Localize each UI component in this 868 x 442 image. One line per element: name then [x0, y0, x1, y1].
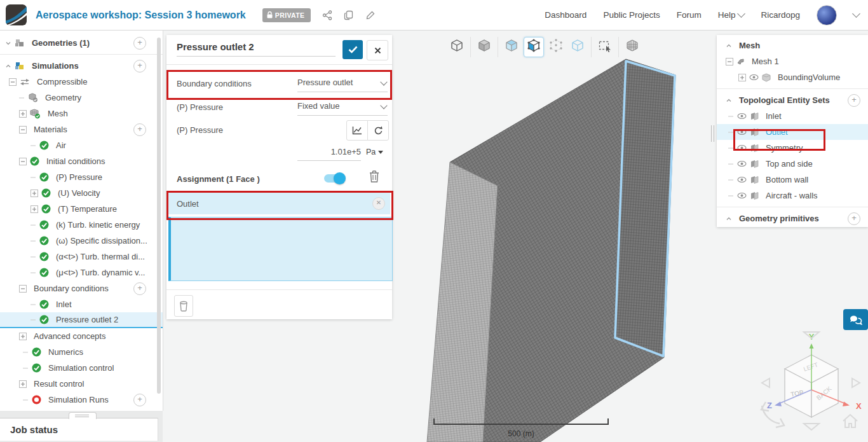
box-plus-icon[interactable]: [19, 333, 27, 340]
tree-section-geometry-primitives[interactable]: Geometry primitives+: [717, 211, 868, 226]
tree-item-compressible[interactable]: Compressible: [0, 74, 163, 90]
box-plus-icon[interactable]: [31, 205, 38, 213]
chevron-up-icon[interactable]: [5, 63, 11, 69]
unit-select[interactable]: Pa: [366, 148, 383, 156]
pressure-type-select[interactable]: Fixed value: [297, 101, 388, 116]
tree-item-outlet[interactable]: Outlet: [717, 124, 868, 140]
panel-resize-handle[interactable]: [710, 125, 715, 142]
box-minus-icon[interactable]: [9, 78, 17, 86]
chevron-down-icon[interactable]: [852, 10, 860, 18]
tree-item-materials[interactable]: Materials+: [0, 121, 163, 137]
add-button[interactable]: +: [133, 60, 146, 73]
tree-item--u-velocity[interactable]: (U) Velocity: [0, 185, 163, 201]
rotate-right-arrow[interactable]: [852, 378, 860, 387]
support-chat-button[interactable]: [843, 309, 868, 330]
nav-item-forum[interactable]: Forum: [677, 10, 702, 20]
remove-chip-icon[interactable]: ✕: [372, 197, 385, 210]
box-plus-icon[interactable]: [31, 190, 38, 197]
tree-item-aircraft-walls[interactable]: Aircraft - walls: [717, 188, 868, 204]
share-icon[interactable]: [322, 10, 332, 20]
eye-icon[interactable]: [737, 113, 747, 120]
boundary-condition-name-input[interactable]: Pressure outlet 2: [177, 41, 336, 57]
eye-icon[interactable]: [737, 144, 747, 151]
box-minus-icon[interactable]: [19, 285, 27, 293]
tree-item-top-and-side[interactable]: Top and side: [717, 156, 868, 172]
tree-item-boundingvolume[interactable]: BoundingVolume: [717, 69, 868, 85]
add-button[interactable]: +: [848, 212, 860, 225]
nav-item-ricardopg[interactable]: Ricardopg: [761, 10, 800, 20]
tree-section-mesh[interactable]: Mesh: [717, 38, 868, 53]
tree-item--specific-dissipation-[interactable]: (ω) Specific dissipation...: [0, 233, 163, 249]
toolbar-select-edge-button[interactable]: [568, 38, 587, 57]
chevron-up-icon[interactable]: [726, 216, 732, 222]
tree-item-numerics[interactable]: Numerics: [0, 344, 163, 360]
home-view-icon[interactable]: [843, 415, 857, 427]
tree-item-mesh-1[interactable]: Mesh 1: [717, 53, 868, 69]
avatar[interactable]: [817, 5, 837, 25]
tree-item--t-temperature[interactable]: (T) Temperature: [0, 201, 163, 217]
edit-icon[interactable]: [365, 10, 376, 20]
left-panel-scrollbar[interactable]: [157, 38, 161, 394]
tree-item-mesh[interactable]: Mesh: [0, 106, 163, 121]
tree-item--t-turb-dynamic-v-[interactable]: (μ<t>) Turb. dynamic v...: [0, 265, 163, 280]
formula-graph-button[interactable]: [346, 120, 368, 141]
add-button[interactable]: +: [133, 37, 146, 50]
add-button[interactable]: +: [133, 282, 146, 295]
tree-item-result-control[interactable]: Result control: [0, 376, 163, 392]
navigation-cube[interactable]: LEFT TOP BACK Y X Z: [753, 329, 867, 442]
tree-item-bottom-wall[interactable]: Bottom wall: [717, 172, 868, 188]
eye-icon[interactable]: [737, 192, 747, 199]
tree-item-simulation-control[interactable]: Simulation control: [0, 360, 163, 376]
rotate-down-arrow[interactable]: [804, 424, 819, 430]
tree-item-symmetry[interactable]: Symmetry: [717, 140, 868, 156]
eye-icon[interactable]: [737, 160, 747, 167]
pressure-value-input[interactable]: 1.01e+5: [297, 147, 361, 161]
tree-item-boundary-conditions[interactable]: Boundary conditions+: [0, 280, 163, 296]
rotate-left-arrow[interactable]: [762, 378, 770, 387]
box-minus-icon[interactable]: [19, 158, 27, 165]
toolbar-select-volume-button[interactable]: [502, 38, 521, 57]
assignment-toggle[interactable]: [324, 174, 343, 183]
tree-section-simulations[interactable]: Simulations+: [0, 58, 163, 74]
tree-item-inlet[interactable]: Inlet: [0, 296, 163, 312]
project-title[interactable]: Aerospace workshop: Session 3 homework: [36, 10, 246, 21]
reset-value-button[interactable]: [367, 120, 389, 141]
simscale-logo-icon[interactable]: [6, 4, 27, 25]
assignment-selection-area[interactable]: [168, 217, 393, 281]
toolbar-select-vertex-button[interactable]: [546, 38, 566, 57]
eye-icon[interactable]: [749, 74, 759, 81]
job-status-bar[interactable]: Job status: [0, 418, 158, 441]
tree-item-simulation-runs[interactable]: Simulation Runs+: [0, 392, 163, 408]
box-plus-icon[interactable]: [19, 110, 27, 118]
add-button[interactable]: +: [848, 94, 860, 107]
boundary-conditions-select[interactable]: Pressure outlet: [297, 78, 388, 92]
job-status-drag-handle[interactable]: [69, 412, 97, 419]
toolbar-wireframe-view-button[interactable]: [447, 38, 466, 57]
toolbar-select-face-button[interactable]: [524, 37, 544, 57]
nav-item-dashboard[interactable]: Dashboard: [545, 10, 587, 20]
nav-item-help[interactable]: Help: [718, 10, 745, 20]
chevron-up-icon[interactable]: [726, 43, 732, 49]
chevron-down-icon[interactable]: [5, 40, 11, 46]
toolbar-mesh-view-button[interactable]: [623, 38, 642, 57]
eye-icon[interactable]: [737, 128, 747, 135]
tree-section-topological-entity-sets[interactable]: Topological Entity Sets+: [717, 92, 868, 108]
copy-icon[interactable]: [344, 10, 354, 20]
tree-item--p-pressure[interactable]: (P) Pressure: [0, 169, 163, 185]
tree-item-pressure-outlet-2[interactable]: Pressure outlet 2: [0, 312, 163, 328]
tree-section-geometries-1-[interactable]: Geometries (1)+: [0, 35, 163, 51]
tree-item--t-turb-thermal-di-[interactable]: (α<t>) Turb. thermal di...: [0, 249, 163, 265]
chevron-up-icon[interactable]: [726, 97, 732, 104]
tree-item-air[interactable]: Air: [0, 137, 163, 153]
tree-item-geometry[interactable]: Geometry: [0, 90, 163, 106]
tree-item--k-turb-kinetic-energy[interactable]: (k) Turb. kinetic energy: [0, 217, 163, 233]
assignment-chip-outlet[interactable]: Outlet ✕: [168, 193, 390, 214]
box-plus-icon[interactable]: [19, 380, 27, 388]
mesh-outlet-face-highlighted[interactable]: [615, 61, 675, 356]
toolbar-solid-view-button[interactable]: [475, 38, 494, 57]
tree-item-initial-conditions[interactable]: Initial conditions: [0, 153, 163, 169]
delete-assignment-icon[interactable]: [369, 170, 380, 183]
tree-item-inlet[interactable]: Inlet: [717, 108, 868, 124]
confirm-button[interactable]: [342, 40, 363, 59]
box-minus-icon[interactable]: [726, 58, 733, 66]
